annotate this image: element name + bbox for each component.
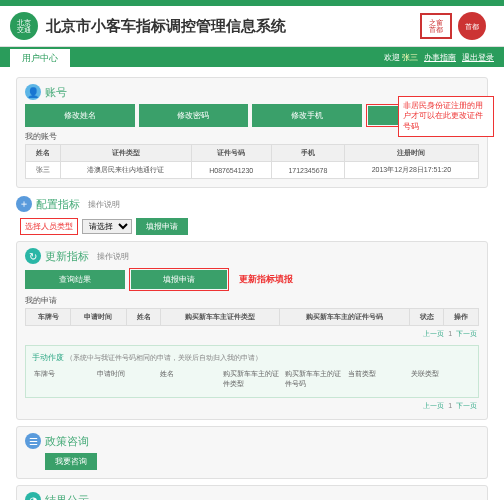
header: 北京 交通 北京市小客车指标调控管理信息系统 之窗 首都 首都 <box>0 6 504 47</box>
pager-1: 上一页 1 下一页 <box>25 329 479 339</box>
link-guide[interactable]: 办事指南 <box>424 52 456 63</box>
capital-icon: 首都 <box>458 12 486 40</box>
callout-annotation: 非居民身份证注册的用户才可以在此更改证件号码 <box>398 96 494 137</box>
btn-fill-apply-2[interactable]: 填报申请 <box>131 270 227 289</box>
page-title: 北京市小客车指标调控管理信息系统 <box>46 17 420 36</box>
account-table: 姓名证件类型证件号码手机注册时间 张三港澳居民来往内地通行证H087654123… <box>25 144 479 179</box>
logo-icon: 北京 交通 <box>10 12 38 40</box>
refresh-icon: ↻ <box>25 248 41 264</box>
seal-badge: 之窗 首都 <box>420 13 452 39</box>
section-result: ◔ 结果公示 普通指标摇号池编码公布 普通指标中签编码 个人查询指标真伪 新能源… <box>16 485 488 500</box>
btn-change-password[interactable]: 修改密码 <box>139 104 249 127</box>
nav-bar: 用户中心 欢迎 张三 办事指南 退出登录 <box>0 47 504 67</box>
update-annotation: 更新指标填报 <box>239 273 293 286</box>
btn-change-phone[interactable]: 修改手机 <box>252 104 362 127</box>
section-policy: ☰ 政策咨询 我要咨询 <box>16 426 488 479</box>
welcome-text: 欢迎 张三 <box>384 52 418 63</box>
update-title: 更新指标 <box>45 249 89 264</box>
doc-icon: ☰ <box>25 433 41 449</box>
result-title: 结果公示 <box>45 493 89 501</box>
apply-table: 车牌号申请时间姓名购买新车车主证件类型购买新车车主的证件号码状态操作 <box>25 308 479 326</box>
person-type-select[interactable]: 请选择 <box>82 219 132 234</box>
update-sub: 操作说明 <box>97 251 129 262</box>
btn-fill-apply[interactable]: 填报申请 <box>136 218 188 235</box>
section-update: ↻ 更新指标 操作说明 查询结果 填报申请 更新指标填报 我的申请 车牌号申请时… <box>16 241 488 420</box>
config-title: 配置指标 <box>36 197 80 212</box>
config-sub: 操作说明 <box>88 199 120 210</box>
btn-change-name[interactable]: 修改姓名 <box>25 104 135 127</box>
manual-cancel-box: 手动作废 （系统中与我证件号码相同的申请，关联后自动归入我的申请） 车牌号申请时… <box>25 345 479 398</box>
user-icon: 👤 <box>25 84 41 100</box>
pager-2: 上一页 1 下一页 <box>25 401 479 411</box>
chart-icon: ◔ <box>25 492 41 500</box>
policy-title: 政策咨询 <box>45 434 89 449</box>
btn-ask[interactable]: 我要咨询 <box>45 453 97 470</box>
tab-user-center[interactable]: 用户中心 <box>10 49 70 68</box>
account-title: 账号 <box>45 85 67 100</box>
btn-query-result[interactable]: 查询结果 <box>25 270 125 289</box>
plus-icon: ＋ <box>16 196 32 212</box>
link-logout[interactable]: 退出登录 <box>462 52 494 63</box>
person-type-label: 选择人员类型 <box>20 218 78 235</box>
my-apply-label: 我的申请 <box>25 295 479 306</box>
